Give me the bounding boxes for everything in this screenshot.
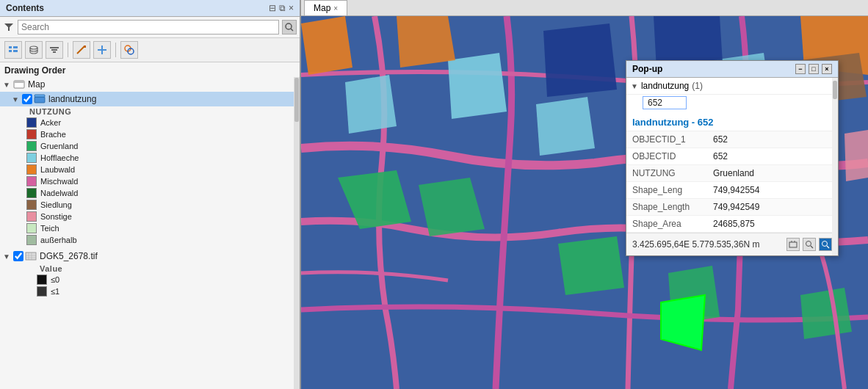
tree-scrollbar[interactable] (294, 77, 300, 389)
filter-icon[interactable] (3, 21, 15, 33)
legend-item: Gruenland (26, 140, 300, 152)
legend-color-swatch (26, 153, 37, 163)
svg-line-11 (77, 46, 84, 54)
search-bar (0, 17, 300, 38)
popup-attr-key: Shape_Area (632, 219, 713, 229)
landnutzung-checkbox[interactable] (22, 94, 32, 104)
popup-restore-button[interactable]: □ (809, 64, 819, 74)
popup-attr-row: Shape_Area24685,875 (626, 216, 838, 233)
svg-rect-3 (9, 46, 12, 48)
legend-item: Brache (26, 128, 300, 140)
legend-color-swatch (26, 141, 37, 151)
popup-attr-value: 652 (713, 151, 728, 161)
popup-expand-icon[interactable]: ▼ (631, 82, 638, 90)
svg-rect-9 (51, 49, 57, 51)
toolbar-separator-1 (68, 43, 68, 57)
popup-search-icon[interactable] (819, 238, 832, 251)
draw-button[interactable] (73, 41, 90, 59)
popup-export-icon[interactable] (786, 238, 800, 251)
svg-marker-29 (558, 236, 624, 295)
legend-item-label: Teich (40, 224, 59, 233)
popup-attr-key: Shape_Leng (632, 185, 713, 195)
svg-line-51 (827, 246, 829, 248)
popup-attr-row: Shape_Length749,942549 (626, 199, 838, 216)
popup-attr-value: 749,942549 (713, 202, 759, 212)
svg-point-50 (822, 241, 828, 247)
popup-feature-link[interactable]: landnutzung - 652 (626, 114, 838, 131)
popup-window: Pop-up − □ × ▼ landnutzung (1) (626, 60, 839, 256)
contents-panel: Contents ⊟ ⧉ × (0, 0, 301, 389)
popup-attr-value: Gruenland (713, 168, 754, 178)
svg-marker-38 (301, 16, 352, 75)
popup-attributes: OBJECTID_1652OBJECTID652NUTZUNGGruenland… (626, 131, 838, 233)
map-expand-icon[interactable]: ▼ (3, 81, 13, 89)
svg-marker-0 (4, 23, 13, 31)
map-icon (13, 79, 25, 90)
database-icon-button[interactable] (25, 41, 43, 59)
legend-color-swatch (26, 200, 37, 210)
panel-header-controls: ⊟ ⧉ × (269, 3, 294, 13)
add-layer-button[interactable] (93, 41, 111, 59)
map-tab-close-button[interactable]: × (333, 4, 338, 12)
svg-line-2 (291, 29, 293, 31)
search-button[interactable] (282, 20, 297, 34)
svg-line-49 (811, 246, 813, 248)
legend-item: Sonstige (26, 211, 300, 222)
popup-zoom-icon[interactable] (803, 238, 816, 251)
pin-icon[interactable]: ⊟ (269, 3, 276, 13)
legend-header: NUTZUNG (26, 106, 300, 117)
popup-attr-rows: OBJECTID_1652OBJECTID652NUTZUNGGruenland… (626, 131, 838, 233)
dgk-color-swatch (37, 275, 47, 285)
tree-item-dgk[interactable]: ▼ DGK5_2678.tif (0, 249, 300, 263)
popup-attr-row: NUTZUNGGruenland (626, 165, 838, 182)
dgk-item-label: ≤0 (51, 275, 59, 284)
popup-layer-count: (1) (692, 81, 703, 91)
popup-id-input[interactable] (643, 96, 687, 109)
popup-attr-key: OBJECTID (632, 151, 713, 161)
tree-item-map[interactable]: ▼ Map (0, 77, 300, 92)
legend-color-swatch (26, 129, 37, 139)
dgk-item-label: ≤1 (51, 287, 59, 296)
popup-close-button[interactable]: × (822, 64, 832, 74)
svg-rect-6 (13, 50, 18, 52)
panel-header: Contents ⊟ ⧉ × (0, 0, 300, 17)
popup-scroll-thumb[interactable] (833, 81, 837, 99)
svg-rect-21 (26, 252, 36, 260)
close-panel-button[interactable]: × (289, 3, 294, 13)
landnutzung-expand-icon[interactable]: ▼ (12, 95, 22, 103)
landnutzung-label: landnutzung (48, 94, 96, 104)
popup-footer-icons (786, 238, 832, 251)
svg-marker-37 (345, 75, 397, 134)
popup-header-controls: − □ × (795, 64, 832, 74)
svg-rect-20 (35, 95, 45, 97)
dgk-expand-icon[interactable]: ▼ (3, 252, 13, 261)
legend-color-swatch (26, 188, 37, 198)
svg-rect-4 (9, 50, 12, 52)
dgk-checkbox[interactable] (13, 251, 23, 261)
popup-minimize-button[interactable]: − (795, 64, 806, 74)
svg-rect-45 (789, 242, 797, 247)
popup-layer-row: ▼ landnutzung (1) (626, 78, 838, 95)
svg-point-48 (806, 241, 811, 247)
legend-item: Mischwald (26, 175, 300, 187)
tree-scroll-thumb[interactable] (294, 78, 299, 122)
map-tab[interactable]: Map × (304, 0, 347, 15)
legend-item-label: Mischwald (40, 177, 78, 186)
legend-item-label: Brache (40, 130, 66, 139)
float-icon[interactable]: ⧉ (279, 3, 286, 13)
map-label: Map (28, 79, 45, 90)
dgk-legend-item: ≤0 (37, 274, 300, 286)
legend-item: Nadelwald (26, 187, 300, 199)
map-canvas[interactable]: Pop-up − □ × ▼ landnutzung (1) (301, 16, 868, 389)
filter-layers-button[interactable] (46, 41, 63, 59)
popup-attr-value: 652 (713, 134, 728, 145)
analysis-button[interactable] (120, 41, 138, 59)
svg-rect-5 (13, 46, 18, 48)
legend-item-label: außerhalb (40, 236, 77, 244)
layer-toolbar (0, 38, 300, 62)
tree-item-landnutzung[interactable]: ▼ landnutzung (0, 92, 300, 106)
popup-scrollbar[interactable] (832, 78, 838, 255)
search-input[interactable] (18, 20, 279, 34)
list-view-button[interactable] (4, 41, 22, 59)
legend-item: Laubwald (26, 164, 300, 175)
